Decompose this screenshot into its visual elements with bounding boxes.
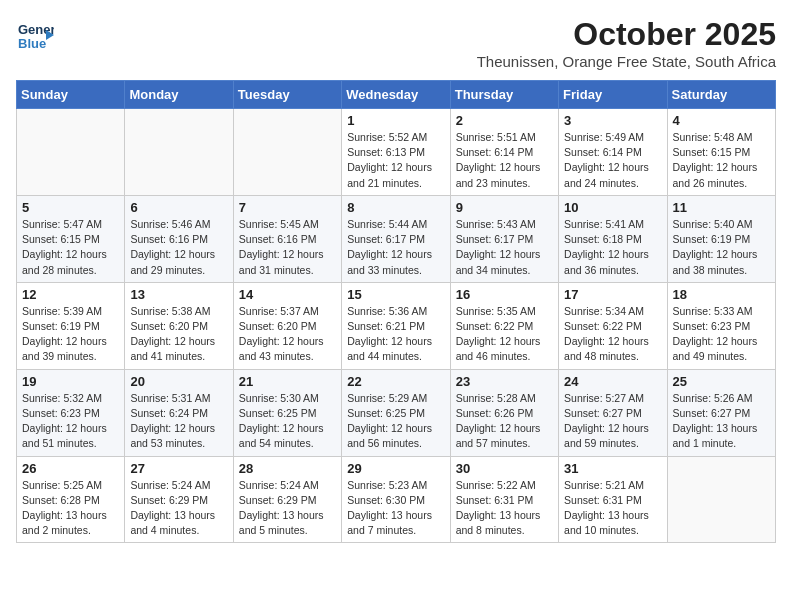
day-info: Sunrise: 5:39 AM Sunset: 6:19 PM Dayligh…	[22, 304, 119, 365]
day-number: 6	[130, 200, 227, 215]
day-info: Sunrise: 5:37 AM Sunset: 6:20 PM Dayligh…	[239, 304, 336, 365]
calendar-week-4: 19Sunrise: 5:32 AM Sunset: 6:23 PM Dayli…	[17, 369, 776, 456]
calendar-cell: 31Sunrise: 5:21 AM Sunset: 6:31 PM Dayli…	[559, 456, 667, 543]
weekday-header-saturday: Saturday	[667, 81, 775, 109]
day-number: 14	[239, 287, 336, 302]
day-info: Sunrise: 5:43 AM Sunset: 6:17 PM Dayligh…	[456, 217, 553, 278]
day-number: 13	[130, 287, 227, 302]
calendar-cell	[125, 109, 233, 196]
day-info: Sunrise: 5:24 AM Sunset: 6:29 PM Dayligh…	[239, 478, 336, 539]
day-info: Sunrise: 5:40 AM Sunset: 6:19 PM Dayligh…	[673, 217, 770, 278]
day-info: Sunrise: 5:23 AM Sunset: 6:30 PM Dayligh…	[347, 478, 444, 539]
calendar-cell: 13Sunrise: 5:38 AM Sunset: 6:20 PM Dayli…	[125, 282, 233, 369]
weekday-header-monday: Monday	[125, 81, 233, 109]
svg-text:Blue: Blue	[18, 36, 46, 51]
day-info: Sunrise: 5:28 AM Sunset: 6:26 PM Dayligh…	[456, 391, 553, 452]
calendar-cell: 9Sunrise: 5:43 AM Sunset: 6:17 PM Daylig…	[450, 195, 558, 282]
calendar-cell: 3Sunrise: 5:49 AM Sunset: 6:14 PM Daylig…	[559, 109, 667, 196]
day-info: Sunrise: 5:32 AM Sunset: 6:23 PM Dayligh…	[22, 391, 119, 452]
weekday-header-row: SundayMondayTuesdayWednesdayThursdayFrid…	[17, 81, 776, 109]
day-info: Sunrise: 5:38 AM Sunset: 6:20 PM Dayligh…	[130, 304, 227, 365]
day-number: 11	[673, 200, 770, 215]
calendar-cell: 1Sunrise: 5:52 AM Sunset: 6:13 PM Daylig…	[342, 109, 450, 196]
calendar-cell: 4Sunrise: 5:48 AM Sunset: 6:15 PM Daylig…	[667, 109, 775, 196]
day-number: 24	[564, 374, 661, 389]
calendar-cell: 26Sunrise: 5:25 AM Sunset: 6:28 PM Dayli…	[17, 456, 125, 543]
day-number: 1	[347, 113, 444, 128]
day-number: 16	[456, 287, 553, 302]
day-number: 5	[22, 200, 119, 215]
calendar-cell: 10Sunrise: 5:41 AM Sunset: 6:18 PM Dayli…	[559, 195, 667, 282]
day-info: Sunrise: 5:29 AM Sunset: 6:25 PM Dayligh…	[347, 391, 444, 452]
day-info: Sunrise: 5:47 AM Sunset: 6:15 PM Dayligh…	[22, 217, 119, 278]
calendar-cell	[667, 456, 775, 543]
day-info: Sunrise: 5:35 AM Sunset: 6:22 PM Dayligh…	[456, 304, 553, 365]
day-number: 23	[456, 374, 553, 389]
day-info: Sunrise: 5:36 AM Sunset: 6:21 PM Dayligh…	[347, 304, 444, 365]
calendar-cell: 11Sunrise: 5:40 AM Sunset: 6:19 PM Dayli…	[667, 195, 775, 282]
logo-icon: General Blue	[16, 16, 54, 54]
day-number: 15	[347, 287, 444, 302]
calendar-table: SundayMondayTuesdayWednesdayThursdayFrid…	[16, 80, 776, 543]
calendar-cell: 18Sunrise: 5:33 AM Sunset: 6:23 PM Dayli…	[667, 282, 775, 369]
calendar-cell: 15Sunrise: 5:36 AM Sunset: 6:21 PM Dayli…	[342, 282, 450, 369]
day-number: 10	[564, 200, 661, 215]
calendar-cell: 19Sunrise: 5:32 AM Sunset: 6:23 PM Dayli…	[17, 369, 125, 456]
day-info: Sunrise: 5:31 AM Sunset: 6:24 PM Dayligh…	[130, 391, 227, 452]
calendar-cell: 7Sunrise: 5:45 AM Sunset: 6:16 PM Daylig…	[233, 195, 341, 282]
logo: General Blue	[16, 16, 54, 58]
day-info: Sunrise: 5:52 AM Sunset: 6:13 PM Dayligh…	[347, 130, 444, 191]
day-info: Sunrise: 5:41 AM Sunset: 6:18 PM Dayligh…	[564, 217, 661, 278]
day-number: 31	[564, 461, 661, 476]
calendar-week-5: 26Sunrise: 5:25 AM Sunset: 6:28 PM Dayli…	[17, 456, 776, 543]
day-info: Sunrise: 5:48 AM Sunset: 6:15 PM Dayligh…	[673, 130, 770, 191]
day-info: Sunrise: 5:22 AM Sunset: 6:31 PM Dayligh…	[456, 478, 553, 539]
calendar-cell: 21Sunrise: 5:30 AM Sunset: 6:25 PM Dayli…	[233, 369, 341, 456]
calendar-cell: 28Sunrise: 5:24 AM Sunset: 6:29 PM Dayli…	[233, 456, 341, 543]
day-info: Sunrise: 5:27 AM Sunset: 6:27 PM Dayligh…	[564, 391, 661, 452]
calendar-cell: 14Sunrise: 5:37 AM Sunset: 6:20 PM Dayli…	[233, 282, 341, 369]
day-info: Sunrise: 5:21 AM Sunset: 6:31 PM Dayligh…	[564, 478, 661, 539]
day-info: Sunrise: 5:30 AM Sunset: 6:25 PM Dayligh…	[239, 391, 336, 452]
calendar-subtitle: Theunissen, Orange Free State, South Afr…	[477, 53, 776, 70]
weekday-header-wednesday: Wednesday	[342, 81, 450, 109]
calendar-week-3: 12Sunrise: 5:39 AM Sunset: 6:19 PM Dayli…	[17, 282, 776, 369]
day-number: 22	[347, 374, 444, 389]
calendar-cell: 22Sunrise: 5:29 AM Sunset: 6:25 PM Dayli…	[342, 369, 450, 456]
calendar-cell	[233, 109, 341, 196]
day-number: 7	[239, 200, 336, 215]
calendar-cell: 12Sunrise: 5:39 AM Sunset: 6:19 PM Dayli…	[17, 282, 125, 369]
day-number: 17	[564, 287, 661, 302]
day-number: 4	[673, 113, 770, 128]
day-number: 30	[456, 461, 553, 476]
day-info: Sunrise: 5:33 AM Sunset: 6:23 PM Dayligh…	[673, 304, 770, 365]
day-info: Sunrise: 5:46 AM Sunset: 6:16 PM Dayligh…	[130, 217, 227, 278]
calendar-cell: 20Sunrise: 5:31 AM Sunset: 6:24 PM Dayli…	[125, 369, 233, 456]
calendar-cell: 16Sunrise: 5:35 AM Sunset: 6:22 PM Dayli…	[450, 282, 558, 369]
calendar-cell	[17, 109, 125, 196]
day-info: Sunrise: 5:24 AM Sunset: 6:29 PM Dayligh…	[130, 478, 227, 539]
day-info: Sunrise: 5:45 AM Sunset: 6:16 PM Dayligh…	[239, 217, 336, 278]
calendar-title: October 2025	[477, 16, 776, 53]
day-number: 3	[564, 113, 661, 128]
day-number: 21	[239, 374, 336, 389]
calendar-cell: 17Sunrise: 5:34 AM Sunset: 6:22 PM Dayli…	[559, 282, 667, 369]
calendar-cell: 2Sunrise: 5:51 AM Sunset: 6:14 PM Daylig…	[450, 109, 558, 196]
day-number: 26	[22, 461, 119, 476]
calendar-cell: 25Sunrise: 5:26 AM Sunset: 6:27 PM Dayli…	[667, 369, 775, 456]
weekday-header-friday: Friday	[559, 81, 667, 109]
day-info: Sunrise: 5:25 AM Sunset: 6:28 PM Dayligh…	[22, 478, 119, 539]
day-number: 20	[130, 374, 227, 389]
calendar-cell: 5Sunrise: 5:47 AM Sunset: 6:15 PM Daylig…	[17, 195, 125, 282]
day-info: Sunrise: 5:49 AM Sunset: 6:14 PM Dayligh…	[564, 130, 661, 191]
calendar-cell: 8Sunrise: 5:44 AM Sunset: 6:17 PM Daylig…	[342, 195, 450, 282]
day-number: 18	[673, 287, 770, 302]
calendar-week-1: 1Sunrise: 5:52 AM Sunset: 6:13 PM Daylig…	[17, 109, 776, 196]
calendar-cell: 29Sunrise: 5:23 AM Sunset: 6:30 PM Dayli…	[342, 456, 450, 543]
day-number: 2	[456, 113, 553, 128]
day-number: 12	[22, 287, 119, 302]
day-info: Sunrise: 5:26 AM Sunset: 6:27 PM Dayligh…	[673, 391, 770, 452]
day-number: 29	[347, 461, 444, 476]
title-section: October 2025 Theunissen, Orange Free Sta…	[477, 16, 776, 70]
calendar-week-2: 5Sunrise: 5:47 AM Sunset: 6:15 PM Daylig…	[17, 195, 776, 282]
